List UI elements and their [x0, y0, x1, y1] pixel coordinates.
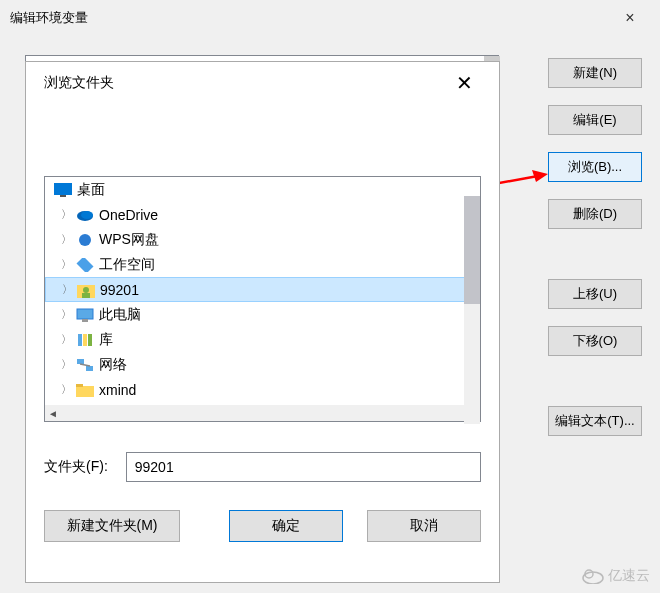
chevron-right-icon[interactable]: 〉: [59, 332, 73, 347]
inner-close-button[interactable]: ✕: [448, 71, 481, 95]
tree-item-label: 此电脑: [99, 306, 141, 324]
workspace-icon: [75, 256, 95, 274]
tree-root-desktop[interactable]: 桌面: [45, 177, 480, 202]
tree-vertical-scrollbar[interactable]: [464, 196, 480, 424]
tree-item-thispc[interactable]: 〉 此电脑: [45, 302, 480, 327]
svg-rect-16: [77, 359, 84, 364]
new-folder-button[interactable]: 新建文件夹(M): [44, 510, 180, 542]
delete-button[interactable]: 删除(D): [548, 199, 642, 229]
svg-rect-19: [76, 386, 94, 397]
svg-rect-15: [88, 334, 92, 346]
libraries-icon: [75, 331, 95, 349]
right-button-panel: 新建(N) 编辑(E) 浏览(B)... 删除(D) 上移(U) 下移(O) 编…: [548, 58, 642, 453]
thispc-icon: [75, 306, 95, 324]
watermark: 亿速云: [582, 567, 650, 585]
chevron-right-icon[interactable]: 〉: [60, 282, 74, 297]
folder-row: 文件夹(F):: [44, 452, 481, 482]
edit-button[interactable]: 编辑(E): [548, 105, 642, 135]
network-icon: [75, 356, 95, 374]
tree-item-label: WPS网盘: [99, 231, 159, 249]
svg-point-5: [81, 211, 93, 219]
svg-rect-14: [83, 334, 87, 346]
inner-title: 浏览文件夹: [44, 74, 448, 92]
user-folder-icon: [76, 281, 96, 299]
svg-rect-3: [60, 195, 66, 197]
ok-button[interactable]: 确定: [229, 510, 343, 542]
svg-rect-17: [86, 366, 93, 371]
outer-close-button[interactable]: ×: [610, 3, 650, 33]
svg-rect-10: [82, 293, 90, 298]
new-button[interactable]: 新建(N): [548, 58, 642, 88]
tree-horizontal-scrollbar[interactable]: ◄ ►: [45, 405, 480, 421]
svg-rect-20: [76, 384, 83, 387]
edit-env-var-dialog: 编辑环境变量 × 新建(N) 编辑(E) 浏览(B)... 删除(D) 上移(U…: [0, 0, 660, 593]
inner-titlebar: 浏览文件夹 ✕: [26, 62, 499, 104]
tree-item-label: 99201: [100, 282, 139, 298]
tree-item-user-selected[interactable]: 〉 99201: [45, 277, 480, 302]
tree-item-libraries[interactable]: 〉 库: [45, 327, 480, 352]
svg-rect-12: [82, 319, 88, 322]
svg-marker-1: [532, 170, 548, 182]
tree-item-xmind[interactable]: 〉 xmind: [45, 377, 480, 402]
svg-rect-7: [77, 258, 94, 272]
watermark-text: 亿速云: [608, 567, 650, 585]
chevron-right-icon[interactable]: 〉: [59, 232, 73, 247]
tree-item-label: 桌面: [77, 181, 105, 199]
folder-input[interactable]: [126, 452, 481, 482]
scroll-left-icon[interactable]: ◄: [45, 405, 61, 421]
outer-title: 编辑环境变量: [10, 9, 610, 27]
svg-rect-11: [77, 309, 93, 319]
tree-item-wps[interactable]: 〉 WPS网盘: [45, 227, 480, 252]
desktop-icon: [53, 181, 73, 199]
onedrive-icon: [75, 206, 95, 224]
tree-item-label: OneDrive: [99, 207, 158, 223]
svg-point-6: [79, 234, 91, 246]
browse-folder-dialog: 浏览文件夹 ✕ 桌面 〉 OneDrive 〉 WPS网盘: [25, 61, 500, 583]
tree-item-label: 网络: [99, 356, 127, 374]
folder-tree: 桌面 〉 OneDrive 〉 WPS网盘 〉 工作空间: [44, 176, 481, 422]
moveup-button[interactable]: 上移(U): [548, 279, 642, 309]
bottom-buttons: 新建文件夹(M) 确定 取消: [44, 510, 481, 542]
chevron-right-icon[interactable]: 〉: [59, 257, 73, 272]
tree-list[interactable]: 桌面 〉 OneDrive 〉 WPS网盘 〉 工作空间: [45, 177, 480, 405]
chevron-right-icon[interactable]: 〉: [59, 207, 73, 222]
edittext-button[interactable]: 编辑文本(T)...: [548, 406, 642, 436]
tree-item-onedrive[interactable]: 〉 OneDrive: [45, 202, 480, 227]
folder-label: 文件夹(F):: [44, 458, 108, 476]
svg-point-9: [83, 287, 89, 293]
folder-icon: [75, 381, 95, 399]
tree-item-workspace[interactable]: 〉 工作空间: [45, 252, 480, 277]
tree-item-label: xmind: [99, 382, 136, 398]
scrollbar-thumb[interactable]: [464, 196, 480, 304]
tree-item-label: 库: [99, 331, 113, 349]
chevron-right-icon[interactable]: 〉: [59, 307, 73, 322]
cloud-icon: [582, 568, 604, 584]
chevron-right-icon[interactable]: 〉: [59, 357, 73, 372]
movedown-button[interactable]: 下移(O): [548, 326, 642, 356]
wps-icon: [75, 231, 95, 249]
tree-item-network[interactable]: 〉 网络: [45, 352, 480, 377]
tree-item-label: 工作空间: [99, 256, 155, 274]
cancel-button[interactable]: 取消: [367, 510, 481, 542]
svg-rect-2: [54, 183, 72, 195]
svg-rect-13: [78, 334, 82, 346]
chevron-right-icon[interactable]: 〉: [59, 382, 73, 397]
outer-titlebar: 编辑环境变量 ×: [0, 0, 660, 36]
svg-line-18: [80, 364, 90, 366]
browse-button[interactable]: 浏览(B)...: [548, 152, 642, 182]
